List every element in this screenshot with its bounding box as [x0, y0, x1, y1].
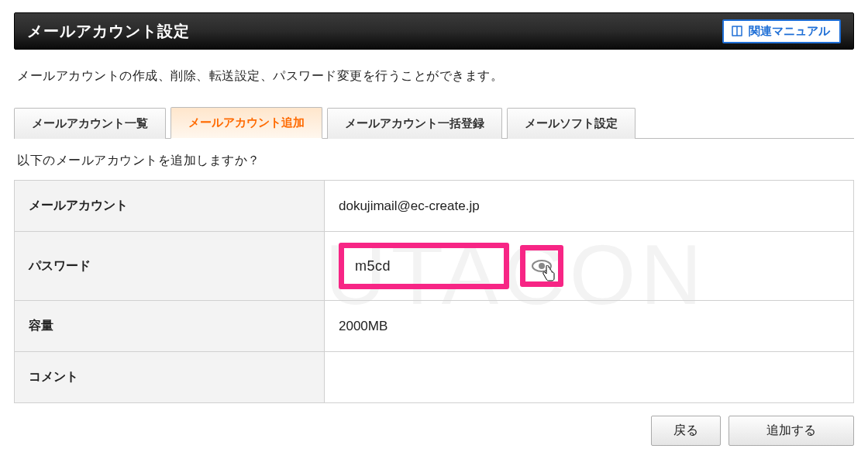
- comment-label: コメント: [15, 352, 325, 403]
- tab-bar: メールアカウント一覧 メールアカウント追加 メールアカウント一括登録 メールソフ…: [14, 106, 854, 139]
- toggle-password-visibility-button[interactable]: [530, 254, 553, 278]
- table-row: 容量 2000MB: [15, 301, 854, 352]
- pointer-cursor-icon: [541, 265, 556, 282]
- page-description: メールアカウントの作成、削除、転送設定、パスワード変更を行うことができます。: [17, 68, 851, 85]
- capacity-value: 2000MB: [325, 301, 854, 352]
- password-highlight-box: m5cd: [339, 243, 509, 289]
- submit-button[interactable]: 追加する: [728, 416, 854, 446]
- table-row: コメント: [15, 352, 854, 403]
- account-label: メールアカウント: [15, 181, 325, 232]
- back-button[interactable]: 戻る: [651, 416, 721, 446]
- comment-value: [325, 352, 854, 403]
- table-row: パスワード m5cd: [15, 232, 854, 301]
- svg-rect-1: [733, 27, 737, 36]
- related-manual-label: 関連マニュアル: [749, 24, 830, 39]
- capacity-label: 容量: [15, 301, 325, 352]
- confirmation-table: メールアカウント dokujimail@ec-create.jp パスワード m…: [14, 180, 854, 403]
- tab-account-add[interactable]: メールアカウント追加: [170, 107, 322, 139]
- tab-account-list[interactable]: メールアカウント一覧: [14, 108, 166, 139]
- account-value: dokujimail@ec-create.jp: [325, 181, 854, 232]
- password-value: m5cd: [355, 258, 391, 274]
- page-title: メールアカウント設定: [27, 21, 190, 42]
- confirm-prompt: 以下のメールアカウントを追加しますか？: [17, 153, 854, 169]
- password-label: パスワード: [15, 232, 325, 301]
- related-manual-button[interactable]: 関連マニュアル: [722, 19, 841, 43]
- svg-rect-2: [738, 27, 742, 36]
- eye-highlight-box: [520, 245, 563, 287]
- tab-account-bulk[interactable]: メールアカウント一括登録: [327, 108, 502, 139]
- table-row: メールアカウント dokujimail@ec-create.jp: [15, 181, 854, 232]
- page-header: メールアカウント設定 関連マニュアル: [14, 12, 854, 50]
- tab-mail-soft[interactable]: メールソフト設定: [507, 108, 636, 139]
- action-button-row: 戻る 追加する: [14, 416, 854, 446]
- book-icon: [730, 24, 744, 38]
- password-cell: m5cd: [325, 232, 854, 301]
